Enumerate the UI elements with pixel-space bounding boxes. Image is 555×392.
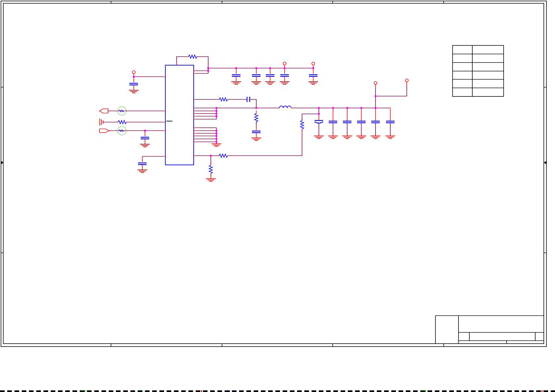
output-capacitor-bank[interactable]: [302, 108, 395, 139]
sheet-port-right-arrow[interactable]: [99, 129, 109, 133]
title-block: [435, 316, 544, 344]
left-io-section[interactable]: [99, 71, 163, 173]
ground-symbol[interactable]: [211, 144, 221, 146]
divider-capacitor[interactable]: [251, 124, 261, 141]
bypass-capacitor[interactable]: [137, 156, 147, 172]
bus-group-2[interactable]: [196, 128, 221, 146]
ic-left-pins: [163, 77, 165, 156]
revision-table-mark: .: [455, 75, 456, 78]
supply-bypass-capacitor[interactable]: [129, 77, 139, 93]
ground-symbol[interactable]: [206, 179, 216, 181]
bank-capacitor[interactable]: [342, 108, 352, 139]
decoupling-capacitor[interactable]: [265, 68, 275, 84]
power-port-circle[interactable]: [405, 79, 408, 85]
sheet-port-left-arrow[interactable]: [99, 109, 108, 113]
decoupling-capacitor[interactable]: [251, 68, 261, 84]
feedback-resistor[interactable]: [186, 55, 200, 58]
revision-table: .: [453, 45, 504, 96]
decoupling-capacitor[interactable]: [280, 68, 290, 84]
sheet-frame: [1, 1, 546, 347]
right-power-ports[interactable]: [374, 79, 408, 108]
schematic-sheet: .: [0, 0, 555, 392]
series-capacitor[interactable]: [247, 97, 250, 102]
top-supply-rail[interactable]: [208, 62, 318, 85]
bank-capacitor[interactable]: [328, 108, 338, 139]
antenna-symbol[interactable]: [100, 118, 103, 126]
decoupling-capacitor[interactable]: [231, 68, 241, 84]
polarized-capacitor[interactable]: [314, 114, 324, 139]
bank-capacitor[interactable]: [371, 108, 380, 139]
main-ic[interactable]: [163, 63, 196, 165]
output-inductor[interactable]: [277, 106, 294, 108]
bank-capacitor[interactable]: [356, 108, 366, 139]
bus-group-1[interactable]: [196, 108, 216, 119]
port-filter-capacitor[interactable]: [140, 131, 150, 147]
right-center-arrow-icon: [544, 161, 546, 164]
bottom-feedback-network[interactable]: [196, 114, 304, 181]
rc-snubber-line[interactable]: [196, 97, 256, 108]
decoupling-capacitor[interactable]: [308, 68, 318, 84]
feedback-resistor[interactable]: [216, 154, 230, 157]
series-resistor[interactable]: [216, 98, 230, 101]
bank-capacitor[interactable]: [385, 108, 395, 139]
antenna-series-resistor[interactable]: [115, 120, 129, 124]
ic-right-pins: [194, 71, 196, 156]
bottom-edge-dashed-strip: [0, 390, 555, 392]
power-port-circle[interactable]: [374, 82, 377, 88]
